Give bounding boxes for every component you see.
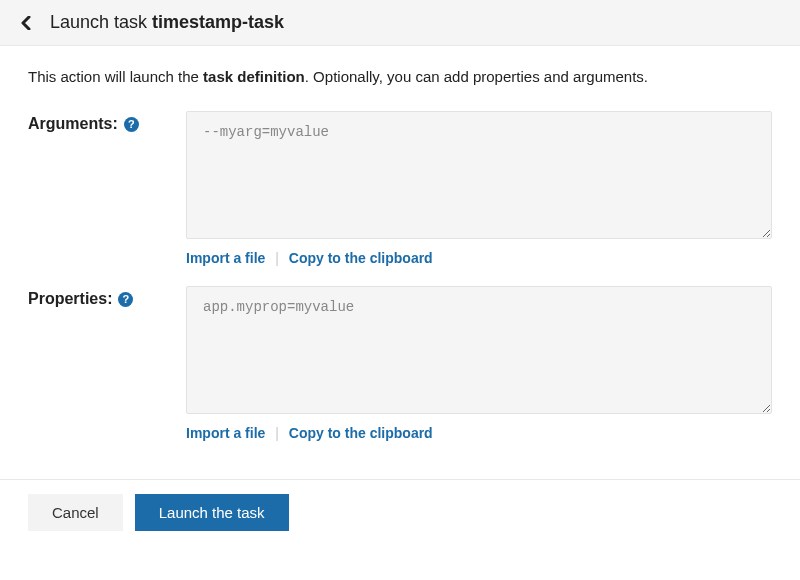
separator: |: [275, 425, 279, 441]
title-prefix: Launch task: [50, 12, 152, 32]
intro-part2: . Optionally, you can add properties and…: [305, 68, 648, 85]
launch-button[interactable]: Launch the task: [135, 494, 289, 531]
back-icon[interactable]: [20, 16, 32, 30]
arguments-row: Arguments: ? Import a file | Copy to the…: [28, 111, 772, 266]
arguments-label: Arguments:: [28, 115, 118, 133]
intro-part1: This action will launch the: [28, 68, 203, 85]
arguments-input-col: Import a file | Copy to the clipboard: [186, 111, 772, 266]
arguments-copy-link[interactable]: Copy to the clipboard: [289, 250, 433, 266]
intro-bold: task definition: [203, 68, 305, 85]
properties-copy-link[interactable]: Copy to the clipboard: [289, 425, 433, 441]
help-icon[interactable]: ?: [124, 117, 139, 132]
arguments-label-col: Arguments: ?: [28, 111, 186, 133]
intro-text: This action will launch the task definit…: [28, 68, 772, 85]
properties-actions: Import a file | Copy to the clipboard: [186, 425, 772, 441]
page-title: Launch task timestamp-task: [50, 12, 284, 33]
page-header: Launch task timestamp-task: [0, 0, 800, 46]
content-area: This action will launch the task definit…: [0, 46, 800, 479]
cancel-button[interactable]: Cancel: [28, 494, 123, 531]
arguments-actions: Import a file | Copy to the clipboard: [186, 250, 772, 266]
arguments-import-link[interactable]: Import a file: [186, 250, 265, 266]
properties-import-link[interactable]: Import a file: [186, 425, 265, 441]
separator: |: [275, 250, 279, 266]
footer-actions: Cancel Launch the task: [0, 479, 800, 545]
help-icon[interactable]: ?: [118, 292, 133, 307]
properties-row: Properties: ? Import a file | Copy to th…: [28, 286, 772, 441]
properties-input-col: Import a file | Copy to the clipboard: [186, 286, 772, 441]
properties-input[interactable]: [186, 286, 772, 414]
arguments-input[interactable]: [186, 111, 772, 239]
task-name: timestamp-task: [152, 12, 284, 32]
properties-label-col: Properties: ?: [28, 286, 186, 308]
properties-label: Properties:: [28, 290, 112, 308]
